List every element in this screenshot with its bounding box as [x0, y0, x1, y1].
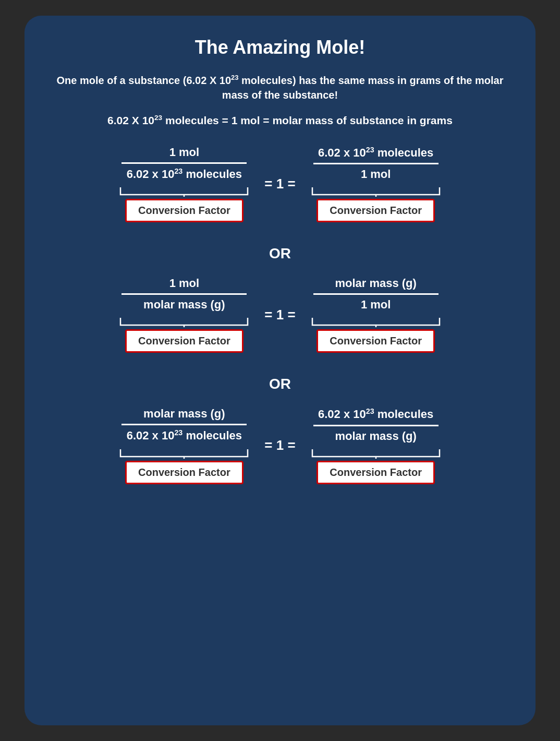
conversion-factor-box: Conversion Factor	[316, 199, 435, 222]
bracket-label: Conversion Factor	[308, 447, 444, 484]
bracket-svg	[116, 185, 252, 197]
bracket-svg	[308, 447, 444, 459]
equals-1: = 1 =	[264, 176, 295, 192]
bracket-label: Conversion Factor	[308, 316, 444, 353]
right-fraction-1: 6.02 x 1023 molecules 1 mol Conversion F…	[308, 146, 444, 222]
numerator: 1 mol	[169, 146, 199, 162]
main-card: The Amazing Mole! One mole of a substanc…	[25, 16, 535, 725]
subtitle-text: One mole of a substance (6.02 X 1023 mol…	[56, 73, 504, 102]
fraction-line	[313, 163, 439, 164]
equals-3: = 1 =	[264, 437, 295, 453]
numerator: 6.02 x 1023 molecules	[318, 407, 433, 424]
fraction-line	[121, 162, 247, 164]
fraction-line	[121, 424, 247, 425]
equals-2: = 1 =	[264, 307, 295, 323]
fraction-line	[313, 425, 439, 426]
conversion-factor-box: Conversion Factor	[125, 199, 244, 222]
numerator: molar mass (g)	[143, 407, 225, 424]
bracket-svg	[308, 316, 444, 327]
conversion-factor-box: Conversion Factor	[316, 461, 435, 484]
denominator: 6.02 x 1023 molecules	[127, 167, 242, 181]
denominator: molar mass (g)	[143, 298, 225, 312]
bracket-label: Conversion Factor	[116, 316, 252, 353]
page-title: The Amazing Mole!	[195, 37, 366, 58]
bracket-svg	[308, 185, 444, 197]
or-divider-2: OR	[269, 376, 291, 392]
fraction-line	[313, 293, 439, 295]
fraction-group-2: 1 mol molar mass (g) Conversion Factor =…	[56, 277, 504, 353]
left-fraction-1: 1 mol 6.02 x 1023 molecules Conversion F…	[116, 146, 252, 222]
bracket-label: Conversion Factor	[116, 185, 252, 222]
conversion-factor-box: Conversion Factor	[316, 329, 435, 353]
bracket-label: Conversion Factor	[308, 185, 444, 222]
denominator: 6.02 x 1023 molecules	[127, 428, 242, 443]
denominator: molar mass (g)	[335, 429, 417, 443]
conversion-factor-box: Conversion Factor	[125, 329, 244, 353]
bracket-svg	[116, 316, 252, 327]
left-fraction-2: 1 mol molar mass (g) Conversion Factor	[116, 277, 252, 353]
or-divider-1: OR	[269, 245, 291, 262]
section-2: 1 mol molar mass (g) Conversion Factor =…	[56, 277, 504, 363]
right-fraction-2: molar mass (g) 1 mol Conversion Factor	[308, 277, 444, 353]
numerator: 1 mol	[169, 277, 199, 293]
bracket-svg	[116, 447, 252, 459]
denominator: 1 mol	[361, 298, 391, 312]
section-3: molar mass (g) 6.02 x 1023 molecules Con…	[56, 407, 504, 494]
fraction-display: 1 mol molar mass (g)	[121, 277, 247, 312]
bracket-label: Conversion Factor	[116, 447, 252, 484]
denominator: 1 mol	[361, 168, 391, 181]
fraction-group-3: molar mass (g) 6.02 x 1023 molecules Con…	[56, 407, 504, 484]
numerator: molar mass (g)	[335, 277, 417, 293]
fraction-display: 6.02 x 1023 molecules molar mass (g)	[313, 407, 439, 443]
conversion-factor-box: Conversion Factor	[125, 461, 244, 484]
section-1: 1 mol 6.02 x 1023 molecules Conversion F…	[56, 146, 504, 233]
left-fraction-3: molar mass (g) 6.02 x 1023 molecules Con…	[116, 407, 252, 484]
fraction-display: molar mass (g) 1 mol	[313, 277, 439, 312]
numerator: 6.02 x 1023 molecules	[318, 146, 433, 163]
right-fraction-3: 6.02 x 1023 molecules molar mass (g) Con…	[308, 407, 444, 484]
fraction-group-1: 1 mol 6.02 x 1023 molecules Conversion F…	[56, 146, 504, 222]
fraction-line	[121, 293, 247, 295]
fraction-display: molar mass (g) 6.02 x 1023 molecules	[121, 407, 247, 443]
fraction-display: 1 mol 6.02 x 1023 molecules	[121, 146, 247, 181]
equation-line: 6.02 X 1023 molecules = 1 mol = molar ma…	[107, 114, 453, 127]
fraction-display: 6.02 x 1023 molecules 1 mol	[313, 146, 439, 181]
